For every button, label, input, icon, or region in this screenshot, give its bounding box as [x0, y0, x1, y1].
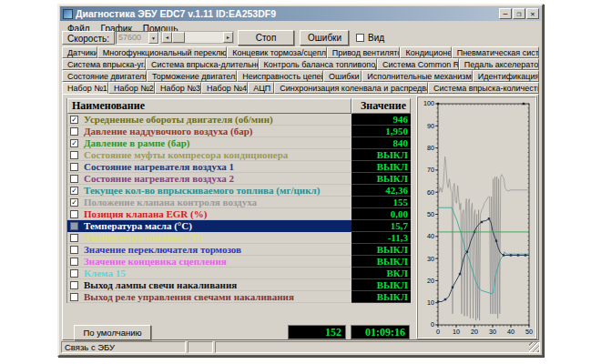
svg-text:20: 20 [427, 277, 434, 285]
tab-r1-3[interactable]: Концевик тормоза/сцепления [227, 46, 327, 58]
tab-r1-1[interactable]: Датчики [62, 46, 97, 58]
tab-r2-3[interactable]: Контроль баланса топливоподачи [259, 58, 377, 70]
tab-row-2: Система впрыска-углыСистема впрыска-длит… [62, 58, 539, 70]
tab-r1-4[interactable]: Привод вентилятора [327, 46, 401, 58]
table-row[interactable]: Позиция клапана EGR (%)0,00 [67, 208, 411, 220]
table-row[interactable]: Состояние нагревателя воздуха 1ВЫКЛ [67, 161, 411, 173]
row-checkbox[interactable] [70, 293, 78, 301]
row-checkbox[interactable] [70, 281, 78, 289]
tab-r4-6[interactable]: Синхронизация коленвала и распредвала [274, 82, 428, 94]
table-row[interactable]: ✓Текущее кол-во впрыскиваемого топлива (… [67, 185, 411, 197]
maximize-button[interactable]: ❐ [513, 8, 525, 19]
row-checkbox[interactable] [70, 234, 78, 242]
svg-text:50: 50 [525, 328, 533, 336]
tab-r4-3[interactable]: Набор №3 [155, 82, 201, 94]
tab-r2-4[interactable]: Система Common Rail [377, 58, 459, 70]
tab-r3-4[interactable]: Ошибки [323, 70, 362, 82]
statusbar: Связь с ЭБУ [61, 341, 540, 353]
svg-text:50: 50 [427, 210, 434, 218]
row-checkbox[interactable]: ✓ [70, 139, 78, 147]
combo-dropdown-icon[interactable]: ▼ [148, 32, 158, 44]
errors-button[interactable]: Ошибки [300, 30, 349, 46]
row-label: Усредненные обороты двигателя (об/мин) [84, 114, 273, 125]
row-checkbox[interactable] [70, 246, 78, 254]
table-row[interactable]: Температура топлива (°C)-11,3 [67, 232, 411, 244]
scroll-right-icon[interactable]: ► [223, 32, 233, 43]
tab-r3-2[interactable]: Торможение двигателя [147, 70, 237, 82]
table-row[interactable]: ✓Положение клапана контроля воздуха155 [67, 197, 411, 208]
close-button[interactable]: ✕ [526, 8, 539, 19]
row-checkbox[interactable]: ✓ [70, 116, 78, 124]
tab-r1-6[interactable]: Пневматическая система [452, 46, 539, 58]
view-checkbox[interactable]: Вид [356, 33, 384, 43]
tab-page: Наименование Значение ✓Усредненные оборо… [62, 94, 539, 340]
tab-r1-5[interactable]: Кондиционер [400, 46, 451, 58]
row-label-cell: Состояние нагревателя воздуха 2 [67, 173, 351, 185]
tab-row-4: Набор №1Набор №2Набор №3Набор №4АЦПСинхр… [62, 82, 539, 94]
table-row[interactable]: ✓Давление в рампе (бар)840 [67, 137, 411, 149]
tab-r2-1[interactable]: Система впрыска-углы [62, 58, 146, 70]
row-label: Положение клапана контроля воздуха [84, 197, 257, 207]
table-row[interactable]: Давление наддувочного воздуха (бар)1,950 [67, 126, 411, 137]
table-row[interactable]: Значение концевика сцепленияВЫКЛ [67, 256, 411, 268]
tab-r3-6[interactable]: Идентификация [473, 70, 539, 82]
view-checkbox-box[interactable] [356, 34, 364, 42]
row-checkbox[interactable] [70, 175, 78, 183]
tab-r3-1[interactable]: Состояние двигателя [62, 70, 147, 82]
row-label-cell: Температура масла (°C) [67, 220, 351, 232]
table-row[interactable]: Температура масла (°C)15,7 [67, 220, 411, 232]
svg-text:30: 30 [427, 255, 434, 263]
scroll-left-icon[interactable]: ◄ [162, 32, 172, 43]
row-checkbox[interactable] [70, 258, 78, 266]
speed-scrollbar[interactable]: ◄ ► [161, 31, 234, 44]
table-row[interactable]: Состояние нагревателя воздуха 2ВЫКЛ [67, 173, 411, 185]
minimize-button[interactable]: – [499, 8, 512, 19]
speed-value: 57600 [117, 33, 148, 42]
tab-strip: ДатчикиМногофункциональный переключатель… [62, 46, 539, 94]
row-checkbox[interactable]: ✓ [70, 187, 78, 195]
tab-r1-2[interactable]: Многофункциональный переключатель [97, 46, 227, 58]
titlebar[interactable]: Диагностика ЭБУ EDC7 v.1.11 ID:EA253DF9 … [60, 6, 541, 21]
tab-r4-1[interactable]: Набор №1 [62, 82, 108, 94]
tab-r4-2[interactable]: Набор №2 [108, 82, 155, 94]
row-value: 1,950 [351, 126, 411, 137]
row-checkbox[interactable] [70, 127, 78, 136]
resize-grip-icon[interactable] [529, 342, 539, 352]
row-label-cell: Состояние муфты компресора кондиционера [67, 149, 351, 161]
scrollbar-track[interactable] [185, 32, 223, 43]
table-row[interactable]: Клема 15ВКЛ [67, 268, 411, 279]
tab-row-1: ДатчикиМногофункциональный переключатель… [62, 46, 539, 58]
status-panel-2 [188, 341, 213, 353]
row-value: ВКЛ [351, 268, 411, 279]
row-checkbox[interactable] [70, 151, 78, 159]
tab-r2-5[interactable]: Педаль акселератора [459, 58, 539, 70]
stop-button[interactable]: Стоп [238, 30, 294, 46]
row-checkbox[interactable] [70, 163, 78, 171]
tab-r2-2[interactable]: Система впрыска-длительность [146, 58, 259, 70]
row-checkbox[interactable] [70, 269, 78, 278]
table-row[interactable]: Состояние муфты компресора кондиционераВ… [67, 149, 411, 161]
speed-combobox[interactable]: 57600 ▼ [116, 31, 159, 45]
tab-r4-5[interactable]: АЦП [248, 82, 274, 94]
tab-r3-5[interactable]: Исполнительные механизмы [362, 70, 472, 82]
column-header-value[interactable]: Значение [351, 98, 411, 114]
table-row[interactable]: ✓Усредненные обороты двигателя (об/мин)9… [67, 114, 411, 126]
row-checkbox[interactable] [70, 210, 78, 218]
column-header-name[interactable]: Наименование [67, 98, 351, 114]
row-label-cell: Выход реле управления свечами накаливани… [67, 291, 351, 303]
window-title: Диагностика ЭБУ EDC7 v.1.11 ID:EA253DF9 [76, 8, 499, 19]
table-row[interactable]: Выход реле управления свечами накаливани… [67, 291, 411, 303]
counter-display: 152 [288, 325, 346, 339]
row-value: ВЫКЛ [351, 161, 411, 173]
row-checkbox[interactable]: ✓ [70, 198, 78, 207]
tab-r4-7[interactable]: Система впрыска-количество [428, 82, 539, 94]
tab-r3-3[interactable]: Неисправность цепей [237, 70, 323, 82]
tab-r4-4[interactable]: Набор №4 [201, 82, 248, 94]
table-row[interactable]: Значение переключателя тормозовВЫКЛ [67, 244, 411, 256]
row-label-cell: Состояние нагревателя воздуха 1 [67, 161, 351, 173]
scrollbar-thumb[interactable] [172, 32, 185, 43]
default-button[interactable]: По умолчанию [74, 325, 151, 340]
row-checkbox[interactable] [70, 222, 78, 230]
table-row[interactable]: Выход лампы свечи накаливанияВЫКЛ [67, 279, 411, 291]
row-value: ВЫКЛ [351, 279, 411, 291]
